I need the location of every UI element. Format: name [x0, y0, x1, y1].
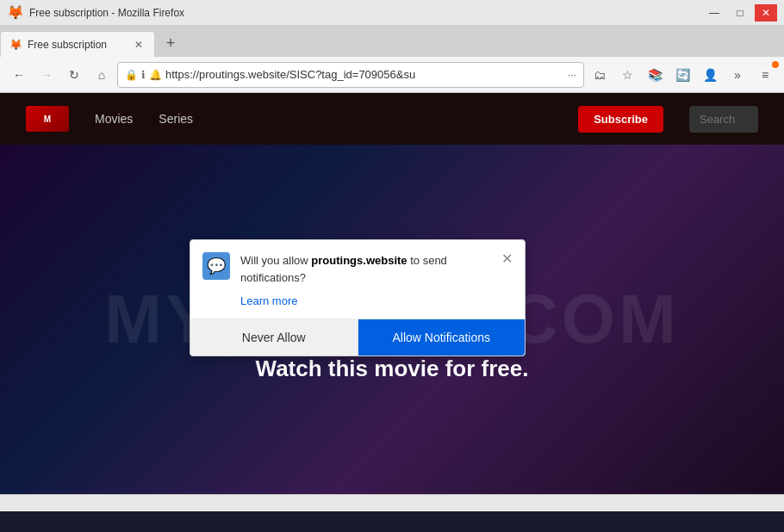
logo-text: M: [44, 114, 51, 124]
chat-icon: 💬: [207, 257, 226, 275]
popup-icon: 💬: [202, 252, 230, 280]
popup-site-name: proutings.website: [311, 254, 407, 267]
back-button[interactable]: ←: [7, 63, 31, 87]
title-bar-left: 🦊 Free subscription - Mozilla Firefox: [7, 4, 184, 21]
bookmark-button[interactable]: ☆: [615, 63, 639, 87]
active-tab[interactable]: 🦊 Free subscription ✕: [0, 31, 155, 57]
notification-popup: 💬 Will you allow proutings.website to se…: [190, 239, 526, 356]
nav-bar: ← → ↻ ⌂ 🔒 ℹ 🔔 https://proutings.website/…: [0, 57, 784, 93]
close-button[interactable]: ✕: [755, 4, 777, 22]
more-url-icon: ···: [568, 69, 576, 81]
account-button[interactable]: 👤: [698, 63, 722, 87]
popup-learn-more: Learn more: [190, 293, 525, 319]
popup-message-prefix: Will you allow: [240, 254, 311, 267]
window-controls: — □ ✕: [703, 4, 777, 22]
library-icon: 📚: [648, 68, 663, 82]
firefox-logo-icon: 🦊: [7, 4, 24, 21]
address-bar[interactable]: 🔒 ℹ 🔔 https://proutings.website/SISC?tag…: [117, 62, 584, 88]
title-bar: 🦊 Free subscription - Mozilla Firefox — …: [0, 0, 784, 26]
pocket-button[interactable]: 🗂: [588, 63, 612, 87]
notification-icon: 🔔: [149, 69, 162, 81]
refresh-button[interactable]: ↻: [62, 63, 86, 87]
learn-more-link[interactable]: Learn more: [240, 294, 297, 307]
minimize-button[interactable]: —: [703, 4, 725, 22]
sync-icon: 🔄: [675, 68, 690, 82]
library-button[interactable]: 📚: [643, 63, 667, 87]
nav-series[interactable]: Series: [159, 112, 193, 126]
nav-movies[interactable]: Movies: [95, 112, 133, 126]
tab-title: Free subscription: [28, 39, 127, 51]
security-icon: 🔒: [125, 69, 138, 81]
menu-alert-badge: [772, 61, 779, 68]
main-headline: Watch this movie for free.: [256, 356, 529, 382]
never-allow-button[interactable]: Never Allow: [190, 319, 358, 356]
account-icon: 👤: [703, 68, 718, 82]
popup-header: 💬 Will you allow proutings.website to se…: [190, 240, 525, 293]
site-header: M Movies Series Subscribe: [0, 93, 784, 145]
extensions-button[interactable]: »: [725, 63, 750, 87]
tab-favicon-icon: 🦊: [9, 39, 22, 51]
forward-button[interactable]: →: [34, 63, 59, 87]
allow-notifications-button[interactable]: Allow Notifications: [358, 319, 526, 356]
pocket-icon: 🗂: [594, 68, 606, 82]
site-logo: M: [26, 106, 69, 132]
popup-message: Will you allow proutings.website to send…: [240, 252, 491, 286]
new-tab-button[interactable]: +: [159, 31, 183, 55]
hamburger-icon: ≡: [762, 68, 768, 82]
info-icon: ℹ: [141, 69, 146, 81]
home-button[interactable]: ⌂: [90, 63, 114, 87]
window-title: Free subscription - Mozilla Firefox: [29, 7, 184, 19]
url-text: https://proutings.website/SISC?tag_id=70…: [165, 68, 564, 81]
subscribe-button[interactable]: Subscribe: [578, 106, 663, 133]
popup-close-button[interactable]: ✕: [501, 252, 513, 266]
tab-close-button[interactable]: ✕: [132, 38, 146, 52]
popup-buttons: Never Allow Allow Notifications: [190, 319, 525, 356]
search-input[interactable]: [689, 106, 758, 133]
star-icon: ☆: [622, 68, 633, 82]
synced-tabs-button[interactable]: 🔄: [670, 63, 694, 87]
extensions-icon: »: [734, 68, 741, 82]
tab-bar: 🦊 Free subscription ✕ +: [0, 26, 784, 57]
menu-button[interactable]: ≡: [753, 63, 777, 87]
maximize-button[interactable]: □: [729, 4, 751, 22]
status-bar: [0, 494, 784, 511]
site-content: MYANT·RE.COM ↑ Play the video? Click All…: [0, 145, 784, 494]
